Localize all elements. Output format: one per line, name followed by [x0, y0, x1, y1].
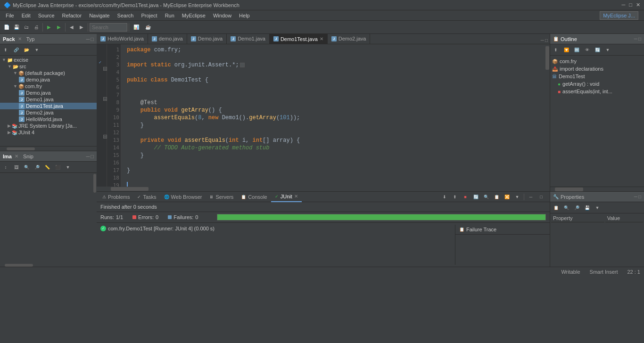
- ima-tool-1[interactable]: ↕: [1, 163, 10, 172]
- toolbar-save-btn[interactable]: 💾: [12, 23, 21, 32]
- toolbar-print-btn[interactable]: 🖨: [32, 23, 41, 32]
- tree-item-demo2[interactable]: J Demo2.java: [0, 109, 97, 116]
- tree-item-comfry[interactable]: ▼ 📦 com.fry: [0, 83, 97, 90]
- tree-item-jre[interactable]: ▶ 📚 JRE System Library [Ja...: [0, 122, 97, 129]
- tree-item-demo1[interactable]: J Demo1.java: [0, 96, 97, 103]
- toolbar-saveall-btn[interactable]: 🗂: [22, 23, 31, 32]
- ima-tool-2[interactable]: 🖼: [11, 163, 21, 172]
- toolbar-fwd-btn[interactable]: ▶: [77, 23, 86, 32]
- outline-item-assertequals[interactable]: ■ assertEquals(int, int...: [550, 88, 644, 95]
- tab-demo[interactable]: J demo.java: [148, 34, 187, 44]
- prop-tool-4[interactable]: 💾: [582, 203, 592, 212]
- demo1test-tab-close[interactable]: ✕: [320, 36, 323, 41]
- tree-item-excise[interactable]: ▼ 📁 excise: [0, 57, 97, 63]
- tree-item-demo1test[interactable]: J Demo1Test.java: [0, 103, 97, 109]
- outline-item-class[interactable]: 🏛 Demo1Test: [550, 73, 644, 80]
- toolbar-perspective-btn[interactable]: 📊: [131, 23, 142, 32]
- pack-tab[interactable]: Pack: [3, 36, 15, 42]
- outline-maximize-icon[interactable]: □: [638, 36, 641, 41]
- tree-item-demo-class[interactable]: J Demo.java: [0, 90, 97, 96]
- menu-source[interactable]: Source: [34, 12, 58, 19]
- typ-tab[interactable]: Typ: [26, 36, 35, 42]
- outline-sort-btn[interactable]: 🔤: [572, 45, 581, 55]
- tab-helloworld[interactable]: J HelloWorld.java: [97, 34, 148, 44]
- bottom-tool-4[interactable]: 🔍: [481, 192, 491, 202]
- tab-tasks[interactable]: ✓ Tasks: [133, 192, 160, 202]
- collapse-1[interactable]: ─: [103, 67, 107, 71]
- ima-vscrollbar[interactable]: [93, 173, 97, 267]
- link-editor-btn[interactable]: 🔗: [11, 45, 21, 55]
- prop-maximize-icon[interactable]: □: [638, 194, 641, 199]
- close-button[interactable]: ✕: [636, 2, 640, 8]
- prop-tool-1[interactable]: 📋: [551, 203, 561, 212]
- menu-help[interactable]: Help: [235, 12, 254, 19]
- tab-demo1[interactable]: J Demo1.java: [227, 34, 270, 44]
- tab-demo2[interactable]: J Demo2.java: [328, 34, 371, 44]
- menu-edit[interactable]: Edit: [18, 12, 34, 19]
- editor-scroll[interactable]: ✓ ─ ─ ─ 12345 678910 111213: [97, 44, 550, 191]
- tab-demo1test[interactable]: J Demo1Test.java ✕: [270, 34, 328, 44]
- outline-hscrollbar[interactable]: [550, 187, 644, 191]
- bottom-minimize-btn[interactable]: ─: [526, 192, 536, 202]
- tab-junit[interactable]: ✓ JUnit ✕: [271, 192, 302, 202]
- junit-item-demo1test[interactable]: ✓ com.fry.Demo1Test [Runner: JUnit 4] (0…: [97, 225, 455, 232]
- outline-sync-btn[interactable]: 🔄: [593, 45, 602, 55]
- code-display[interactable]: package com.fry; import static org.junit…: [123, 44, 550, 191]
- toolbar-java-btn[interactable]: ☕: [142, 23, 154, 32]
- ima-tool-3[interactable]: 🔍: [22, 163, 31, 172]
- bottom-tool-stop[interactable]: ■: [461, 192, 470, 202]
- outline-filter-btn[interactable]: 🔽: [561, 45, 571, 55]
- bottom-tool-1[interactable]: ⬇: [440, 192, 449, 202]
- junit-close-icon[interactable]: ✕: [294, 194, 298, 199]
- prop-tool-3[interactable]: 🔎: [572, 203, 581, 212]
- outline-more-btn[interactable]: ▼: [603, 45, 612, 55]
- tab-console[interactable]: 📋 Console: [237, 192, 271, 202]
- menu-window[interactable]: Window: [209, 12, 235, 19]
- bottom-tool-6[interactable]: 🔀: [502, 192, 512, 202]
- ima-hscrollbar[interactable]: [0, 263, 93, 267]
- collapse-3[interactable]: ─: [103, 135, 107, 139]
- editor-maximize-icon[interactable]: □: [545, 38, 548, 43]
- tab-demo-class[interactable]: J Demo.java: [187, 34, 227, 44]
- tab-webbrowser[interactable]: 🌐 Web Browser: [160, 192, 206, 202]
- maximize-button[interactable]: □: [629, 2, 632, 8]
- ima-tool-5[interactable]: 📏: [42, 163, 52, 172]
- menu-search[interactable]: Search: [114, 12, 138, 19]
- ima-maximize-icon[interactable]: □: [91, 154, 94, 159]
- outline-item-comfry[interactable]: 📦 com.fry: [550, 57, 644, 65]
- ima-tab[interactable]: Ima: [3, 154, 12, 159]
- toolbar-new-btn[interactable]: 📄: [2, 23, 11, 32]
- ima-close-icon[interactable]: ✕: [15, 154, 18, 159]
- bottom-tool-7[interactable]: ▼: [512, 192, 522, 202]
- outline-hide-btn[interactable]: 👁: [582, 45, 592, 55]
- collapse-2[interactable]: ─: [103, 97, 107, 101]
- toolbar-back-btn[interactable]: ◀: [67, 23, 76, 32]
- editor-hscrollbar[interactable]: [97, 187, 545, 191]
- ima-tool-6[interactable]: ⬛: [53, 163, 62, 172]
- outline-collapse-btn[interactable]: ⬆: [551, 45, 561, 55]
- search-input[interactable]: [90, 23, 127, 32]
- prop-tool-2[interactable]: 🔍: [561, 203, 571, 212]
- editor-vscrollbar[interactable]: [545, 44, 550, 187]
- ima-tool-7[interactable]: ▼: [63, 163, 73, 172]
- toolbar-run-btn[interactable]: ▶: [54, 23, 64, 32]
- tree-item-default-pkg[interactable]: ▼ 📦 (default package): [0, 70, 97, 76]
- bottom-tool-3[interactable]: 🔄: [471, 192, 480, 202]
- menu-project[interactable]: Project: [137, 12, 161, 19]
- outline-item-getarray[interactable]: ● getArray() : void: [550, 80, 644, 88]
- tab-servers[interactable]: 🖥 Servers: [206, 192, 237, 202]
- minimize-panel-icon[interactable]: ─: [86, 36, 90, 42]
- prop-minimize-icon[interactable]: ─: [634, 194, 637, 199]
- collapse-all-btn[interactable]: ⬆: [1, 45, 10, 55]
- outline-minimize-icon[interactable]: ─: [634, 36, 637, 41]
- editor-minimize-icon[interactable]: ─: [541, 38, 544, 43]
- prop-tool-5[interactable]: ▼: [593, 203, 602, 212]
- tree-item-demo-java[interactable]: J demo.java: [0, 76, 97, 83]
- pkg-hscrollbar[interactable]: [0, 146, 97, 151]
- minimize-button[interactable]: ─: [622, 2, 626, 8]
- pkg-toolbar-btn4[interactable]: ▼: [32, 45, 41, 55]
- tree-item-src[interactable]: ▼ 📂 src: [0, 63, 97, 70]
- menu-myeclipse[interactable]: MyEclipse: [178, 12, 209, 19]
- tree-item-helloworld[interactable]: J HelloWorld.java: [0, 116, 97, 122]
- menu-file[interactable]: File: [2, 12, 18, 19]
